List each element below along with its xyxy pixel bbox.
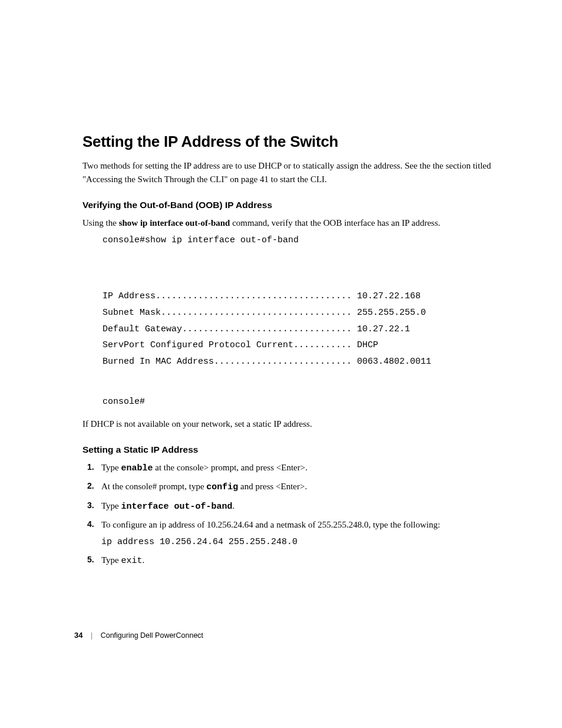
step-3: Type interface out-of-band.: [82, 499, 500, 513]
page-number: 34: [74, 631, 82, 640]
s1-pre: Type: [101, 463, 121, 472]
output-mac: Burned In MAC Address...................…: [103, 357, 431, 367]
output-ip: IP Address..............................…: [103, 291, 421, 301]
footer-chapter: Configuring Dell PowerConnect: [101, 631, 203, 640]
steps-list: Type enable at the console> prompt, and …: [82, 461, 500, 568]
output-servport: ServPort Configured Protocol Current....…: [103, 340, 378, 350]
step-4: To configure an ip address of 10.256.24.…: [82, 518, 500, 549]
s2-cmd: config: [206, 482, 238, 492]
s4-code: ip address 10.256.24.64 255.255.248.0: [101, 535, 500, 549]
s1-cmd: enable: [121, 463, 153, 473]
s1-post: at the console> prompt, and press <Enter…: [153, 463, 308, 472]
lead-bold-cmd: show ip interface out-of-band: [119, 218, 230, 228]
s5-post: .: [143, 555, 145, 565]
s5-pre: Type: [101, 555, 121, 565]
output-subnet: Subnet Mask.............................…: [103, 308, 426, 318]
s2-post: and press <Enter>.: [238, 482, 307, 491]
dhcp-note: If DHCP is not available on your network…: [82, 417, 500, 431]
console-prompt-after: console#: [103, 394, 500, 410]
main-heading: Setting the IP Address of the Switch: [82, 133, 500, 151]
s3-pre: Type: [101, 501, 121, 510]
step-1: Type enable at the console> prompt, and …: [82, 461, 500, 475]
page-content: Setting the IP Address of the Switch Two…: [0, 0, 562, 568]
console-output: IP Address..............................…: [103, 272, 500, 370]
page-footer: 34 | Configuring Dell PowerConnect: [74, 631, 203, 640]
lead-pre: Using the: [82, 218, 119, 228]
footer-separator: |: [91, 631, 92, 640]
s5-cmd: exit: [121, 556, 143, 566]
s2-pre: At the console# prompt, type: [101, 482, 206, 491]
section-heading-static: Setting a Static IP Address: [82, 444, 500, 455]
step-5: Type exit.: [82, 554, 500, 568]
s3-post: .: [233, 501, 235, 510]
intro-paragraph: Two methods for setting the IP address a…: [82, 159, 500, 186]
s4-text: To configure an ip address of 10.256.24.…: [101, 520, 440, 529]
output-gateway: Default Gateway.........................…: [103, 324, 410, 334]
lead-post: command, verify that the OOB interface h…: [230, 218, 440, 228]
step-2: At the console# prompt, type config and …: [82, 480, 500, 494]
console-cmd: console#show ip interface out-of-band: [103, 232, 500, 249]
section-heading-verify: Verifying the Out-of-Band (OOB) IP Addre…: [82, 200, 500, 210]
verify-lead-text: Using the show ip interface out-of-band …: [82, 216, 500, 230]
s3-cmd: interface out-of-band: [121, 502, 233, 512]
